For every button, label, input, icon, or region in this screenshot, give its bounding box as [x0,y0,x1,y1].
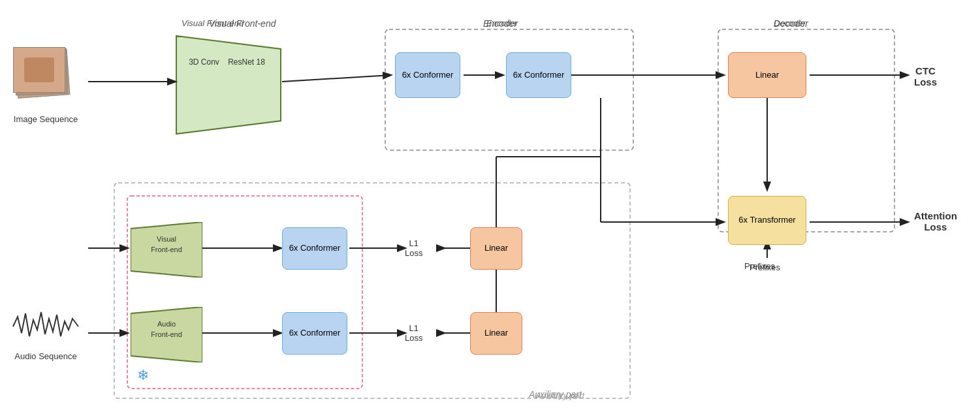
l1-loss-bot: L1Loss [405,323,422,343]
svg-text:Front-end: Front-end [151,246,182,253]
svg-text:Front-end: Front-end [151,330,182,338]
resnet-label: ResNet 18 [225,57,268,67]
image-sequence-thumbnail [10,44,82,110]
linear-decoder: Linear [728,52,806,98]
prefixes-text-label: Prefixes [750,263,780,272]
transformer-decoder: 6x Transformer [728,196,806,245]
conformer-top1: 6x Conformer [395,52,460,98]
linear-bot: Linear [470,312,522,355]
frozen-icon: ❄ [137,367,149,384]
diagram: Visual Front-end Encoder Decoder Auxilia… [0,0,980,414]
svg-marker-4 [176,36,281,134]
conformer-bot: 6x Conformer [282,312,347,355]
audio-sequence-waveform [10,307,82,346]
audio-sequence-label: Audio Sequence [10,351,82,361]
visual-frontend-section-label: Visual Front-end [182,18,244,28]
svg-line-6 [282,75,390,82]
audio-frontend-aux-shape: Audio Front-end [131,307,202,362]
conformer-top2: 6x Conformer [506,52,571,98]
image-sequence-label: Image Sequence [10,114,82,124]
svg-rect-2 [114,183,630,398]
encoder-section-label: Encoder [486,18,518,28]
visual-frontend-aux-shape: Visual Front-end [131,222,202,278]
svg-text:Visual: Visual [157,235,176,243]
l1-loss-top: L1Loss [405,238,422,258]
linear-mid: Linear [470,227,522,270]
attention-loss-label: AttentionLoss [914,210,957,232]
conv3d-label: 3D Conv [186,57,222,67]
conformer-mid: 6x Conformer [282,227,347,270]
ctc-loss-label: CTCLoss [914,65,937,88]
svg-text:Audio: Audio [157,320,176,328]
decoder-section-label: Decoder [774,18,806,28]
auxiliary-section-label: Auxiliary part [535,390,584,400]
